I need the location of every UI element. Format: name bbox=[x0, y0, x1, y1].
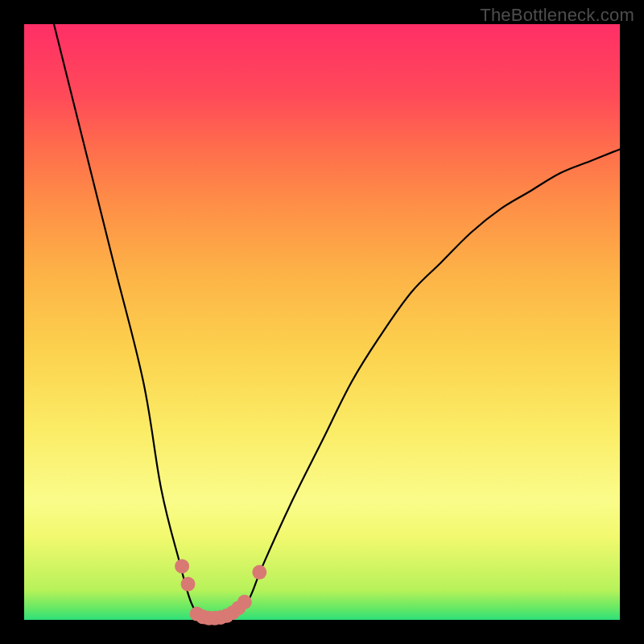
marker-dot bbox=[175, 559, 189, 573]
bottleneck-curve bbox=[24, 24, 620, 620]
marker-dot bbox=[237, 595, 252, 609]
marker-dot bbox=[252, 565, 266, 580]
watermark-text: TheBottleneck.com bbox=[480, 5, 634, 26]
curve-path bbox=[54, 24, 620, 621]
plot-area bbox=[24, 24, 620, 620]
chart-frame: TheBottleneck.com bbox=[0, 0, 644, 644]
marker-dot bbox=[181, 577, 196, 592]
